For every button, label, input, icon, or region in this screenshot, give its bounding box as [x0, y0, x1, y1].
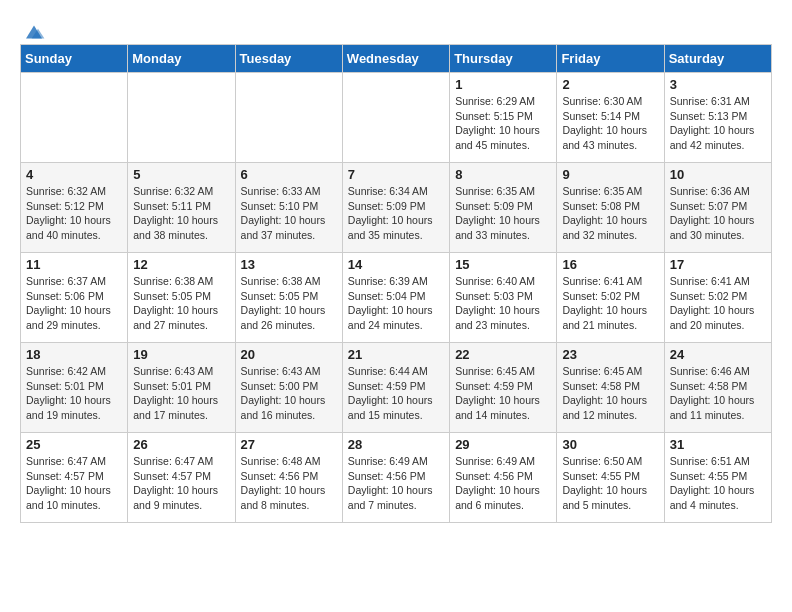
- day-number: 23: [562, 347, 658, 362]
- calendar-cell: 15Sunrise: 6:40 AM Sunset: 5:03 PM Dayli…: [450, 253, 557, 343]
- day-number: 26: [133, 437, 229, 452]
- day-number: 4: [26, 167, 122, 182]
- logo-icon: [22, 20, 46, 44]
- day-number: 15: [455, 257, 551, 272]
- calendar-cell: 27Sunrise: 6:48 AM Sunset: 4:56 PM Dayli…: [235, 433, 342, 523]
- calendar-cell: 8Sunrise: 6:35 AM Sunset: 5:09 PM Daylig…: [450, 163, 557, 253]
- page-header: [20, 20, 772, 38]
- day-info: Sunrise: 6:32 AM Sunset: 5:12 PM Dayligh…: [26, 184, 122, 243]
- day-number: 20: [241, 347, 337, 362]
- calendar-cell: 1Sunrise: 6:29 AM Sunset: 5:15 PM Daylig…: [450, 73, 557, 163]
- day-info: Sunrise: 6:45 AM Sunset: 4:58 PM Dayligh…: [562, 364, 658, 423]
- calendar-cell: 24Sunrise: 6:46 AM Sunset: 4:58 PM Dayli…: [664, 343, 771, 433]
- day-info: Sunrise: 6:36 AM Sunset: 5:07 PM Dayligh…: [670, 184, 766, 243]
- day-info: Sunrise: 6:51 AM Sunset: 4:55 PM Dayligh…: [670, 454, 766, 513]
- logo: [20, 20, 46, 38]
- calendar-cell: 10Sunrise: 6:36 AM Sunset: 5:07 PM Dayli…: [664, 163, 771, 253]
- day-info: Sunrise: 6:41 AM Sunset: 5:02 PM Dayligh…: [670, 274, 766, 333]
- day-number: 8: [455, 167, 551, 182]
- day-number: 18: [26, 347, 122, 362]
- calendar-cell: 7Sunrise: 6:34 AM Sunset: 5:09 PM Daylig…: [342, 163, 449, 253]
- day-number: 7: [348, 167, 444, 182]
- day-info: Sunrise: 6:43 AM Sunset: 5:00 PM Dayligh…: [241, 364, 337, 423]
- day-number: 24: [670, 347, 766, 362]
- day-info: Sunrise: 6:47 AM Sunset: 4:57 PM Dayligh…: [133, 454, 229, 513]
- day-number: 19: [133, 347, 229, 362]
- day-info: Sunrise: 6:49 AM Sunset: 4:56 PM Dayligh…: [348, 454, 444, 513]
- day-number: 9: [562, 167, 658, 182]
- day-info: Sunrise: 6:31 AM Sunset: 5:13 PM Dayligh…: [670, 94, 766, 153]
- day-info: Sunrise: 6:41 AM Sunset: 5:02 PM Dayligh…: [562, 274, 658, 333]
- day-number: 21: [348, 347, 444, 362]
- calendar-cell: 23Sunrise: 6:45 AM Sunset: 4:58 PM Dayli…: [557, 343, 664, 433]
- day-number: 30: [562, 437, 658, 452]
- calendar-cell: 14Sunrise: 6:39 AM Sunset: 5:04 PM Dayli…: [342, 253, 449, 343]
- day-info: Sunrise: 6:33 AM Sunset: 5:10 PM Dayligh…: [241, 184, 337, 243]
- day-info: Sunrise: 6:39 AM Sunset: 5:04 PM Dayligh…: [348, 274, 444, 333]
- day-number: 31: [670, 437, 766, 452]
- calendar-cell: 26Sunrise: 6:47 AM Sunset: 4:57 PM Dayli…: [128, 433, 235, 523]
- calendar-cell: 30Sunrise: 6:50 AM Sunset: 4:55 PM Dayli…: [557, 433, 664, 523]
- calendar-cell: 29Sunrise: 6:49 AM Sunset: 4:56 PM Dayli…: [450, 433, 557, 523]
- calendar-cell: 16Sunrise: 6:41 AM Sunset: 5:02 PM Dayli…: [557, 253, 664, 343]
- day-info: Sunrise: 6:45 AM Sunset: 4:59 PM Dayligh…: [455, 364, 551, 423]
- day-number: 3: [670, 77, 766, 92]
- day-number: 14: [348, 257, 444, 272]
- day-info: Sunrise: 6:49 AM Sunset: 4:56 PM Dayligh…: [455, 454, 551, 513]
- day-number: 13: [241, 257, 337, 272]
- day-info: Sunrise: 6:35 AM Sunset: 5:08 PM Dayligh…: [562, 184, 658, 243]
- header-row: SundayMondayTuesdayWednesdayThursdayFrid…: [21, 45, 772, 73]
- day-number: 17: [670, 257, 766, 272]
- day-info: Sunrise: 6:30 AM Sunset: 5:14 PM Dayligh…: [562, 94, 658, 153]
- col-header-saturday: Saturday: [664, 45, 771, 73]
- day-number: 10: [670, 167, 766, 182]
- day-number: 1: [455, 77, 551, 92]
- day-number: 28: [348, 437, 444, 452]
- calendar-cell: 11Sunrise: 6:37 AM Sunset: 5:06 PM Dayli…: [21, 253, 128, 343]
- calendar-cell: 13Sunrise: 6:38 AM Sunset: 5:05 PM Dayli…: [235, 253, 342, 343]
- day-number: 27: [241, 437, 337, 452]
- day-number: 11: [26, 257, 122, 272]
- day-info: Sunrise: 6:40 AM Sunset: 5:03 PM Dayligh…: [455, 274, 551, 333]
- day-number: 25: [26, 437, 122, 452]
- day-number: 29: [455, 437, 551, 452]
- day-number: 6: [241, 167, 337, 182]
- col-header-wednesday: Wednesday: [342, 45, 449, 73]
- calendar-cell: 20Sunrise: 6:43 AM Sunset: 5:00 PM Dayli…: [235, 343, 342, 433]
- col-header-tuesday: Tuesday: [235, 45, 342, 73]
- day-info: Sunrise: 6:29 AM Sunset: 5:15 PM Dayligh…: [455, 94, 551, 153]
- day-info: Sunrise: 6:47 AM Sunset: 4:57 PM Dayligh…: [26, 454, 122, 513]
- calendar-cell: 3Sunrise: 6:31 AM Sunset: 5:13 PM Daylig…: [664, 73, 771, 163]
- day-info: Sunrise: 6:50 AM Sunset: 4:55 PM Dayligh…: [562, 454, 658, 513]
- calendar-cell: 5Sunrise: 6:32 AM Sunset: 5:11 PM Daylig…: [128, 163, 235, 253]
- day-info: Sunrise: 6:38 AM Sunset: 5:05 PM Dayligh…: [241, 274, 337, 333]
- day-number: 5: [133, 167, 229, 182]
- calendar-cell: 6Sunrise: 6:33 AM Sunset: 5:10 PM Daylig…: [235, 163, 342, 253]
- calendar-cell: 28Sunrise: 6:49 AM Sunset: 4:56 PM Dayli…: [342, 433, 449, 523]
- week-row-5: 25Sunrise: 6:47 AM Sunset: 4:57 PM Dayli…: [21, 433, 772, 523]
- day-info: Sunrise: 6:43 AM Sunset: 5:01 PM Dayligh…: [133, 364, 229, 423]
- day-info: Sunrise: 6:37 AM Sunset: 5:06 PM Dayligh…: [26, 274, 122, 333]
- day-info: Sunrise: 6:46 AM Sunset: 4:58 PM Dayligh…: [670, 364, 766, 423]
- day-number: 22: [455, 347, 551, 362]
- day-number: 2: [562, 77, 658, 92]
- calendar-cell: 21Sunrise: 6:44 AM Sunset: 4:59 PM Dayli…: [342, 343, 449, 433]
- calendar-cell: 22Sunrise: 6:45 AM Sunset: 4:59 PM Dayli…: [450, 343, 557, 433]
- day-info: Sunrise: 6:42 AM Sunset: 5:01 PM Dayligh…: [26, 364, 122, 423]
- day-info: Sunrise: 6:38 AM Sunset: 5:05 PM Dayligh…: [133, 274, 229, 333]
- calendar-cell: 19Sunrise: 6:43 AM Sunset: 5:01 PM Dayli…: [128, 343, 235, 433]
- calendar-cell: [128, 73, 235, 163]
- col-header-monday: Monday: [128, 45, 235, 73]
- week-row-2: 4Sunrise: 6:32 AM Sunset: 5:12 PM Daylig…: [21, 163, 772, 253]
- week-row-3: 11Sunrise: 6:37 AM Sunset: 5:06 PM Dayli…: [21, 253, 772, 343]
- calendar-table: SundayMondayTuesdayWednesdayThursdayFrid…: [20, 44, 772, 523]
- calendar-cell: 9Sunrise: 6:35 AM Sunset: 5:08 PM Daylig…: [557, 163, 664, 253]
- calendar-cell: [21, 73, 128, 163]
- day-info: Sunrise: 6:48 AM Sunset: 4:56 PM Dayligh…: [241, 454, 337, 513]
- week-row-4: 18Sunrise: 6:42 AM Sunset: 5:01 PM Dayli…: [21, 343, 772, 433]
- col-header-sunday: Sunday: [21, 45, 128, 73]
- day-info: Sunrise: 6:35 AM Sunset: 5:09 PM Dayligh…: [455, 184, 551, 243]
- calendar-cell: 4Sunrise: 6:32 AM Sunset: 5:12 PM Daylig…: [21, 163, 128, 253]
- week-row-1: 1Sunrise: 6:29 AM Sunset: 5:15 PM Daylig…: [21, 73, 772, 163]
- calendar-cell: 2Sunrise: 6:30 AM Sunset: 5:14 PM Daylig…: [557, 73, 664, 163]
